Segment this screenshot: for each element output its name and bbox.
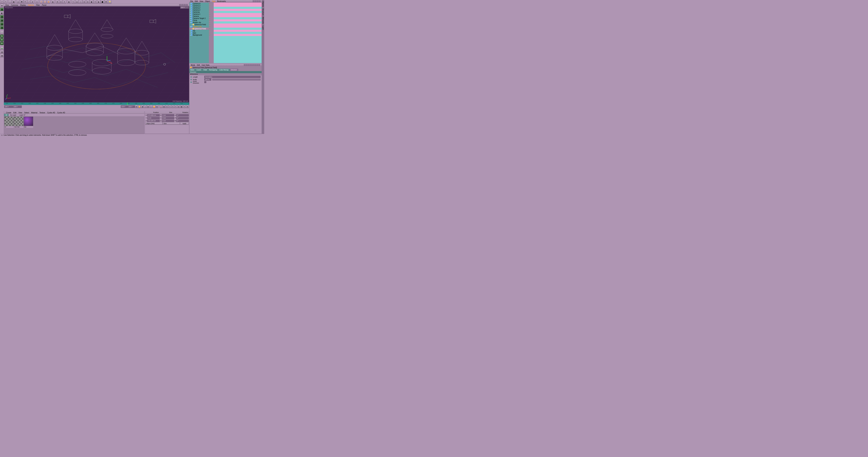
perspective-viewport[interactable]: Perspective <box>4 6 189 103</box>
key-layout-button[interactable]: ⊞ <box>186 105 189 108</box>
object-menu-file[interactable]: File <box>190 0 193 2</box>
attr-tab-coord-[interactable]: Coord. <box>195 69 203 71</box>
toolbar-btn-13[interactable]: ★ <box>59 0 63 4</box>
size-y[interactable]: 0 cm <box>162 117 174 119</box>
side-tab-structure[interactable]: Structure <box>262 8 264 16</box>
prev-frame-button[interactable]: ◀ <box>141 105 144 108</box>
toolbar-btn-1[interactable]: ▦ <box>12 0 16 4</box>
attr-menu-icon-0[interactable] <box>244 64 246 66</box>
size-x[interactable]: 0 cm <box>162 114 174 116</box>
obj-menu-icon-2[interactable] <box>257 0 259 2</box>
autokey-button[interactable]: ◉ <box>162 105 165 108</box>
object-list[interactable]: ▸Camera.4▸Camera.3▸Camera.2▸Camera.2▸Cam… <box>189 3 209 63</box>
goto-end-button[interactable]: ⏭ <box>156 105 158 108</box>
toolbar-btn-22[interactable]: ⟲ <box>93 0 97 4</box>
object-menu-bookmarks[interactable]: Bookmarks <box>217 0 226 2</box>
material-menu-create[interactable]: Create <box>6 112 11 114</box>
key-pos-button[interactable]: ⊕ <box>165 105 168 108</box>
viewport-menu-filter[interactable]: Filter <box>36 4 40 6</box>
toolbar-btn-0[interactable]: ⬚ <box>8 0 12 4</box>
goto-start-button[interactable]: ⏮ <box>135 105 138 108</box>
toolbar-btn-16[interactable]: ✎ <box>71 0 75 4</box>
toolbar-btn-11[interactable]: ▶ <box>51 0 55 4</box>
attr-tab-direction[interactable]: Direction <box>230 69 238 71</box>
toolbar-btn-25[interactable]: ✱ <box>104 0 108 4</box>
material-tab-all[interactable]: All <box>4 114 9 116</box>
attr-menu-user-data[interactable]: User Data <box>202 64 209 66</box>
play-button[interactable]: ▶ <box>147 105 150 108</box>
viewport-menu-options[interactable]: Options <box>28 4 34 6</box>
key-param-button[interactable]: P <box>174 105 177 108</box>
pos-x[interactable]: 174.989 cm <box>147 114 160 116</box>
attr-tab-basic[interactable]: Basic <box>189 69 195 71</box>
material-menu-cycles-4d[interactable]: Cycles 4D <box>47 112 55 114</box>
toolbar-btn-26[interactable]: 💡 <box>108 0 112 4</box>
attr-menu-icon-3[interactable] <box>250 64 252 66</box>
obj-menu-icon-3[interactable] <box>259 0 261 2</box>
cube-tool-5[interactable]: ▩ <box>0 26 4 29</box>
redo-button[interactable]: ↷ <box>4 0 7 4</box>
pos-z[interactable]: -64.228 cm <box>147 120 160 122</box>
toolbar-btn-15[interactable]: ◉ <box>67 0 71 4</box>
material-menu-material[interactable]: Material <box>31 112 37 114</box>
navigate-tool[interactable]: ✥ <box>0 4 4 7</box>
attr-menu-mode[interactable]: Mode <box>191 64 195 66</box>
vp-icon-4[interactable] <box>186 4 188 6</box>
play-back-button[interactable]: ◁ <box>144 105 147 108</box>
material-tab-no-layer[interactable]: No Layer <box>9 114 18 116</box>
frame-start-field-2[interactable]: 105 F <box>13 106 22 108</box>
key-misc-button[interactable]: ▦ <box>180 105 183 108</box>
scale-slider[interactable] <box>212 79 260 81</box>
object-menu-tags[interactable]: Tags <box>212 0 215 2</box>
material-menu-view[interactable]: View <box>19 112 22 114</box>
timeline-playhead[interactable] <box>127 103 128 105</box>
layer-tool-1[interactable]: ◉ <box>0 47 4 50</box>
key-rot-button[interactable]: ↻ <box>172 105 174 108</box>
viewport-menu-cameras[interactable]: Cameras <box>11 4 18 6</box>
scale-field[interactable]: 100 % <box>204 78 211 81</box>
attr-menu-icon-5[interactable] <box>254 64 256 66</box>
side-tab-attributes[interactable]: Attributes <box>262 17 264 24</box>
object-item-camera-2[interactable]: ▸Camera.2 <box>189 9 209 11</box>
timeline-ruler[interactable]: 1051101151201251301351401451501551601651… <box>4 103 189 105</box>
viewport-menu-display[interactable]: Display <box>20 4 26 6</box>
rot-z[interactable]: 0 ° <box>176 120 189 122</box>
key-pla-button[interactable]: ◈ <box>177 105 180 108</box>
frame-readout[interactable]: 182 F <box>180 6 189 9</box>
toolbar-btn-17[interactable]: ◈ <box>75 0 79 4</box>
object-item-background[interactable]: ▸Background <box>189 34 209 36</box>
axis-tool[interactable]: └ <box>0 31 4 34</box>
material-swatch-b2[interactable]: b2 <box>4 117 14 133</box>
toolbar-btn-24[interactable]: ⬤ <box>101 0 104 4</box>
toolbar-btn-21[interactable]: ▣ <box>90 0 93 4</box>
key-opt-button[interactable]: ✎ <box>183 105 186 108</box>
axis-gizmo[interactable]: yxz <box>5 94 10 99</box>
toolbar-btn-2[interactable]: ◫ <box>16 0 20 4</box>
object-item-shader-city[interactable]: ▸shader city <box>189 21 209 24</box>
object-item-camera-1[interactable]: ▸Camera.1 <box>189 13 209 15</box>
attr-tab-remapping[interactable]: Remapping <box>208 69 218 71</box>
object-item-camera-target-1[interactable]: ▸Camera.Target.1 <box>189 17 209 19</box>
attr-tab-color-remap[interactable]: Color Remap <box>218 69 230 71</box>
toolbar-btn-7[interactable]: X <box>35 0 39 4</box>
object-item-city[interactable]: ▸city <box>189 30 209 32</box>
viewport-menu-panel[interactable]: Panel <box>42 4 46 6</box>
toolbar-btn-6[interactable]: ⬈ <box>31 0 34 4</box>
toolbar-btn-10[interactable]: ⊞ <box>47 0 50 4</box>
cube-tool-3[interactable]: ▩ <box>0 19 4 22</box>
attr-menu-icon-7[interactable] <box>258 64 260 66</box>
object-tool[interactable]: ◧ <box>0 11 4 15</box>
object-item-camera-3[interactable]: ▸Camera.3 <box>189 5 209 7</box>
frame-end-field-2[interactable]: 225 F <box>128 106 135 108</box>
object-item-circle[interactable]: ▸Circle <box>189 19 209 21</box>
snap-s2[interactable]: S <box>0 38 4 41</box>
side-tab-objects[interactable]: Objects <box>262 1 264 7</box>
vp-icon-3[interactable] <box>184 4 186 6</box>
object-menu-object[interactable]: Object <box>205 0 210 2</box>
record-button[interactable]: ● <box>159 105 162 108</box>
layer-tool-2[interactable]: ▤ <box>0 50 4 54</box>
attr-menu-icon-4[interactable] <box>252 64 254 66</box>
frame-start-field[interactable]: 105 F <box>4 106 13 108</box>
object-item-cameras[interactable]: ▸Cameras <box>189 11 209 13</box>
rot-x[interactable]: 0 ° <box>176 114 189 116</box>
